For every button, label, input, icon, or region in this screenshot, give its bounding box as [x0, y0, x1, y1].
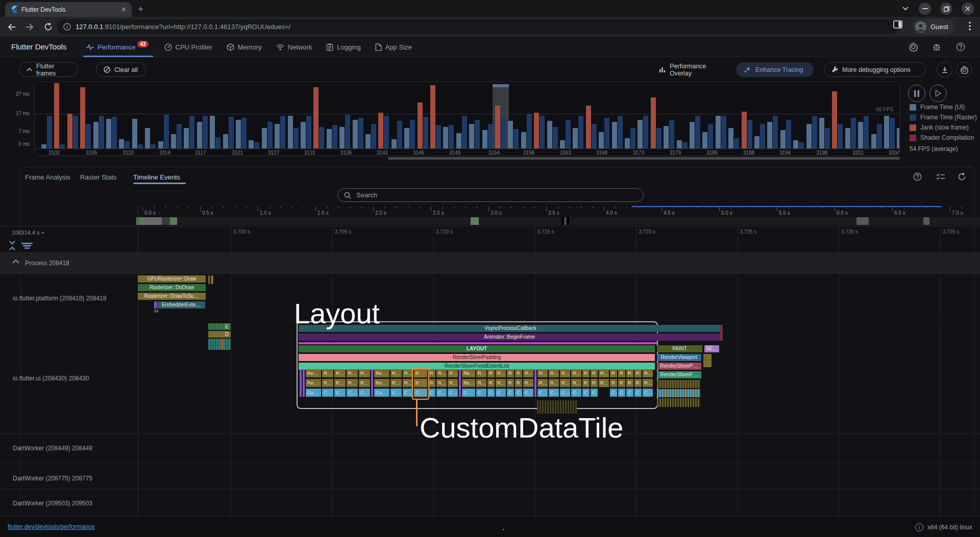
performance-overlay-button[interactable]: Performance Overlay [652, 62, 723, 77]
render-object-cell[interactable]: R… [436, 379, 447, 387]
search-input[interactable]: Search [337, 188, 644, 202]
render-object-cell[interactable]: Re… [462, 369, 475, 377]
frame-bar-ui[interactable] [482, 130, 487, 148]
tab-app-size[interactable]: App Size [368, 37, 419, 57]
frame-bar-raster[interactable] [695, 116, 700, 148]
frame-bar-raster[interactable] [229, 117, 234, 148]
customdatatile-cell[interactable]: Cu… [374, 389, 389, 397]
settings-gear-icon[interactable] [908, 41, 919, 53]
frame-bar-raster[interactable] [760, 124, 765, 148]
frame-bar-raster[interactable] [682, 142, 688, 148]
tab-network[interactable]: Network [269, 37, 320, 57]
tab-cpu-profiler[interactable]: CPU Profiler [157, 37, 219, 57]
render-object-cell[interactable]: R… [390, 379, 402, 387]
frame-bar-raster[interactable] [618, 116, 623, 148]
frame-bar-ui[interactable] [132, 119, 137, 148]
frame-bar-raster[interactable] [73, 116, 78, 148]
frame-bar-ui[interactable] [391, 139, 397, 148]
frame-bar-ui[interactable] [599, 132, 604, 148]
frame-bar-ui[interactable] [106, 119, 111, 148]
frame-bar-raster[interactable] [864, 116, 869, 148]
render-object-cell[interactable]: R… [537, 369, 548, 377]
frame-bar-ui[interactable] [664, 126, 669, 148]
render-object-cell[interactable]: R… [560, 369, 570, 377]
customdatatile-cell[interactable]: C [507, 389, 514, 397]
frame-bar-raster[interactable] [371, 124, 376, 148]
render-object-cell[interactable]: R… [390, 369, 402, 377]
render-object-cell[interactable]: R… [476, 369, 486, 377]
frame-bar-ui[interactable] [806, 124, 812, 148]
render-object-cell[interactable]: R… [599, 379, 609, 387]
customdatatile-cell[interactable]: C [496, 389, 506, 397]
frame-bar-ui[interactable] [871, 134, 876, 148]
render-object-cell[interactable]: R… [571, 369, 581, 377]
frames-chart[interactable]: 60 FPS3102310531103114311731213127313131… [34, 82, 900, 156]
forward-button[interactable] [22, 20, 37, 34]
frame-bar-raster[interactable] [99, 116, 104, 148]
help-question-icon[interactable] [912, 171, 922, 182]
flutter-frames-button[interactable]: Flutter frames [19, 62, 78, 77]
customdatatile-cell[interactable]: C… [537, 389, 548, 397]
render-object-cell[interactable]: Re… [374, 379, 389, 387]
collapse-all-icon[interactable] [8, 241, 16, 251]
chart-horizontal-scrollbar[interactable] [388, 157, 900, 160]
frame-bar-ui[interactable] [819, 118, 824, 148]
frame-bar-ui[interactable] [456, 133, 461, 148]
flame-bar-sliver[interactable] [154, 310, 156, 313]
frame-bar-ui[interactable] [573, 128, 578, 148]
window-minimize-button[interactable] [919, 3, 931, 15]
flame-bar-rendersliverfixedextentlist[interactable]: RenderSliverFixedExtentList [299, 363, 655, 370]
frame-bar-ui[interactable] [469, 124, 474, 148]
frame-bar-raster[interactable] [189, 116, 194, 148]
frame-bar-raster[interactable] [293, 128, 299, 148]
panel-tab-frame-analysis[interactable]: Frame Analysis [25, 169, 70, 185]
reload-button[interactable] [41, 20, 55, 34]
render-object-cell[interactable]: R… [599, 369, 609, 377]
frame-bar-raster[interactable] [241, 118, 247, 148]
render-object-cell[interactable]: Re… [374, 369, 389, 377]
customdatatile-cell[interactable]: C [428, 389, 435, 397]
frame-bar-ui[interactable] [897, 128, 900, 148]
url-text[interactable]: 127.0.0.1:9101/performance?uri=http://12… [76, 23, 290, 31]
render-object-cell[interactable]: R… [347, 379, 358, 387]
frame-bar-ui[interactable] [365, 134, 371, 148]
frame-bar-ui[interactable] [858, 122, 863, 148]
frame-bar-ui[interactable] [508, 121, 513, 148]
customdatatile-cell[interactable]: C… [549, 389, 559, 397]
frame-bar-raster[interactable] [436, 125, 441, 148]
frame-bar-raster[interactable] [280, 116, 285, 148]
render-object-cell[interactable]: Re… [306, 379, 321, 387]
customdatatile-cell[interactable]: C… [390, 389, 402, 397]
frame-bar-ui[interactable] [677, 140, 682, 148]
flame-bar-rendersliverf[interactable]: RenderSliverF… [657, 371, 701, 378]
frame-bar-ui[interactable] [353, 120, 358, 148]
frame-bar-ui[interactable] [845, 128, 850, 148]
help-icon[interactable] [955, 41, 966, 53]
frame-bar-raster[interactable] [138, 144, 143, 148]
frame-bar-raster[interactable] [656, 128, 662, 148]
frame-bar-raster[interactable] [332, 125, 337, 148]
customdatatile-cell[interactable]: C… [560, 389, 570, 397]
frame-bar-ui[interactable] [119, 139, 124, 148]
flame-bar-sliver[interactable] [703, 354, 712, 367]
flame-bar-sliver[interactable] [299, 342, 657, 344]
render-object-cell[interactable]: R… [448, 369, 458, 377]
render-object-cell[interactable]: R [618, 379, 625, 387]
new-tab-button[interactable]: + [138, 4, 143, 14]
frame-bar-raster[interactable] [513, 129, 519, 148]
customdatatile-cell[interactable]: C [618, 389, 625, 397]
frame-bar-ui[interactable] [404, 128, 409, 148]
tab-memory[interactable]: Memory [219, 37, 269, 57]
flame-bar-animatorbeginframe[interactable]: Animator::BeginFrame [299, 334, 720, 341]
render-object-cell[interactable]: R [591, 379, 598, 387]
frame-bar-ui[interactable] [443, 127, 448, 148]
render-object-cell[interactable]: R… [359, 379, 370, 387]
flame-bar-gpurasterizerdraw[interactable]: GPURasterizer::Draw [138, 275, 206, 283]
frame-bar-ui[interactable] [832, 91, 837, 148]
frame-bar-ui[interactable] [80, 87, 85, 148]
frame-bar-raster[interactable] [410, 120, 415, 148]
flame-bar-sliver[interactable] [720, 325, 723, 341]
render-object-cell[interactable]: R… [643, 379, 653, 387]
tab-search-chevron-icon[interactable] [899, 3, 912, 15]
frame-bar-ui[interactable] [521, 132, 526, 148]
